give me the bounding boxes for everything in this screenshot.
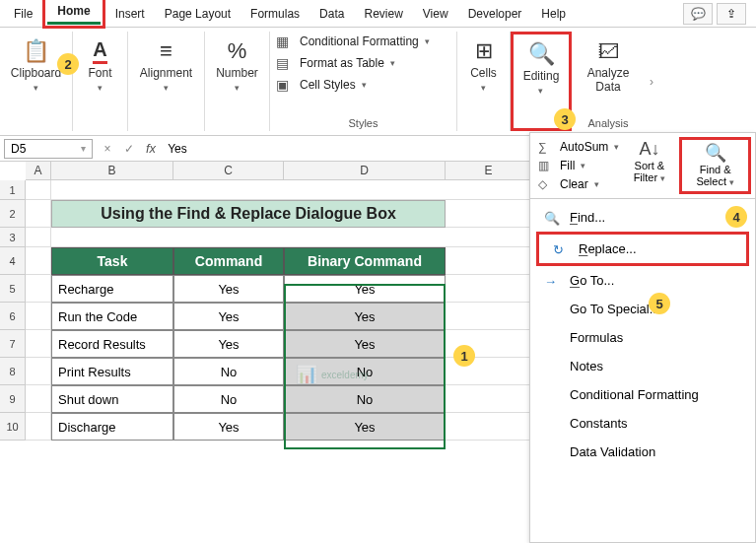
row-8[interactable]: 8 — [0, 358, 26, 385]
share-button[interactable]: ⇪ — [717, 3, 746, 25]
header-binary[interactable]: Binary Command — [284, 247, 446, 275]
cell-command[interactable]: No — [173, 385, 284, 413]
cell-command[interactable]: Yes — [173, 330, 284, 358]
fill-button[interactable]: ▥Fill ▾ — [538, 158, 619, 173]
tab-help[interactable]: Help — [531, 3, 576, 25]
sigma-icon: ∑ — [538, 140, 554, 154]
sort-filter-button[interactable]: A↓Sort & Filter ▾ — [619, 137, 679, 194]
search-icon: 🔍 — [528, 38, 555, 70]
analyze-icon: 🗠 — [597, 35, 619, 67]
sort-icon: A↓ — [639, 139, 659, 160]
cell-command[interactable]: Yes — [173, 413, 284, 441]
menu-replace[interactable]: Replace... — [536, 232, 749, 266]
tab-home[interactable]: Home — [47, 0, 100, 25]
group-number: %Number▾ — [205, 32, 270, 131]
menu-conditional-formatting[interactable]: Conditional Formatting — [530, 380, 755, 409]
col-B[interactable]: B — [51, 162, 173, 180]
cell-binary[interactable]: Yes — [284, 330, 446, 358]
alignment-button[interactable]: ≡Alignment▾ — [136, 34, 196, 97]
font-button[interactable]: AFont▾ — [74, 34, 127, 97]
cell-task[interactable]: Shut down — [51, 385, 173, 413]
menu-formulas[interactable]: Formulas — [530, 323, 755, 352]
menu-find[interactable]: Find... — [530, 203, 755, 232]
menu-goto-special[interactable]: Go To Special... — [530, 295, 755, 323]
tab-insert[interactable]: Insert — [105, 3, 155, 25]
annotation-2: 2 — [57, 53, 79, 75]
autosum-button[interactable]: ∑AutoSum ▾ — [538, 139, 619, 155]
clipboard-icon: 📋 — [23, 35, 49, 67]
name-box[interactable]: D5▾ — [4, 139, 93, 159]
format-table-button[interactable]: ▤Format as Table ▾ — [276, 55, 450, 71]
eraser-icon: ◇ — [538, 177, 554, 191]
fx-icon[interactable]: fx — [140, 141, 162, 156]
annotation-3: 3 — [554, 108, 576, 130]
cancel-formula-icon[interactable]: × — [97, 142, 118, 156]
cell-binary[interactable]: Yes — [284, 303, 446, 330]
group-analysis: 🗠Analyze Data Analysis — [572, 32, 645, 131]
cell-command[interactable]: Yes — [173, 275, 284, 303]
percent-icon: % — [228, 35, 247, 67]
group-label-styles: Styles — [349, 115, 378, 131]
cell-task[interactable]: Record Results — [51, 330, 173, 358]
group-alignment: ≡Alignment▾ — [128, 32, 205, 131]
cell-task[interactable]: Discharge — [51, 413, 173, 441]
group-styles: ▦Conditional Formatting ▾ ▤Format as Tab… — [270, 32, 457, 131]
menu-goto[interactable]: Go To... — [530, 266, 755, 295]
ribbon-overflow[interactable]: › — [645, 32, 658, 131]
tab-data[interactable]: Data — [309, 3, 354, 25]
table-icon: ▤ — [276, 55, 294, 71]
row-7[interactable]: 7 — [0, 330, 26, 358]
row-5[interactable]: 5 — [0, 275, 26, 303]
cell-command[interactable]: No — [173, 358, 284, 385]
annotation-4: 4 — [725, 206, 747, 228]
highlight-home: Home — [42, 0, 104, 29]
col-C[interactable]: C — [173, 162, 284, 180]
clear-button[interactable]: ◇Clear ▾ — [538, 176, 619, 192]
analyze-data-button[interactable]: 🗠Analyze Data — [578, 34, 639, 97]
header-command[interactable]: Command — [173, 247, 284, 275]
tab-developer[interactable]: Developer — [458, 3, 532, 25]
row-4[interactable]: 4 — [0, 247, 26, 275]
tab-file[interactable]: File — [4, 3, 42, 25]
tab-page-layout[interactable]: Page Layout — [155, 3, 241, 25]
annotation-1: 1 — [453, 345, 475, 367]
menu-data-validation[interactable]: Data Validation — [530, 438, 755, 466]
tab-view[interactable]: View — [413, 3, 458, 25]
editing-button[interactable]: 🔍Editing▾ — [515, 36, 568, 100]
cells-icon: ⊞ — [475, 35, 493, 67]
col-A[interactable]: A — [26, 162, 51, 180]
cell-task[interactable]: Recharge — [51, 275, 173, 303]
find-select-menu: Find... Replace... Go To... Go To Specia… — [530, 199, 755, 470]
conditional-formatting-button[interactable]: ▦Conditional Formatting ▾ — [276, 34, 450, 49]
cell-task[interactable]: Print Results — [51, 358, 173, 385]
cell-task[interactable]: Run the Code — [51, 303, 173, 330]
menu-constants[interactable]: Constants — [530, 409, 755, 438]
col-E[interactable]: E — [446, 162, 532, 180]
editing-dropdown: ∑AutoSum ▾ ▥Fill ▾ ◇Clear ▾ A↓Sort & Fil… — [529, 132, 756, 543]
row-9[interactable]: 9 — [0, 385, 26, 413]
row-1[interactable]: 1 — [0, 180, 26, 200]
row-6[interactable]: 6 — [0, 303, 26, 330]
row-2[interactable]: 2 — [0, 200, 26, 228]
row-3[interactable]: 3 — [0, 228, 26, 247]
find-select-button[interactable]: 🔍Find & Select ▾ — [679, 137, 751, 194]
menu-notes[interactable]: Notes — [530, 352, 755, 380]
col-D[interactable]: D — [284, 162, 446, 180]
alignment-icon: ≡ — [160, 35, 172, 67]
search-icon: 🔍 — [705, 142, 726, 164]
comments-button[interactable]: 💬 — [683, 3, 713, 25]
cell-binary[interactable]: Yes — [284, 413, 446, 441]
title-cell[interactable]: Using the Find & Replace Dialogue Box — [51, 200, 446, 228]
fill-icon: ▥ — [538, 159, 554, 172]
row-10[interactable]: 10 — [0, 413, 26, 441]
cell-binary[interactable]: Yes — [284, 275, 446, 303]
header-task[interactable]: Task — [51, 247, 173, 275]
number-button[interactable]: %Number▾ — [211, 34, 264, 97]
tab-review[interactable]: Review — [354, 3, 412, 25]
cells-button[interactable]: ⊞Cells▾ — [457, 34, 511, 97]
tab-formulas[interactable]: Formulas — [241, 3, 309, 25]
cell-command[interactable]: Yes — [173, 303, 284, 330]
accept-formula-icon[interactable]: ✓ — [118, 142, 140, 156]
cell-binary[interactable]: No — [284, 385, 446, 413]
cell-styles-button[interactable]: ▣Cell Styles ▾ — [276, 77, 450, 93]
